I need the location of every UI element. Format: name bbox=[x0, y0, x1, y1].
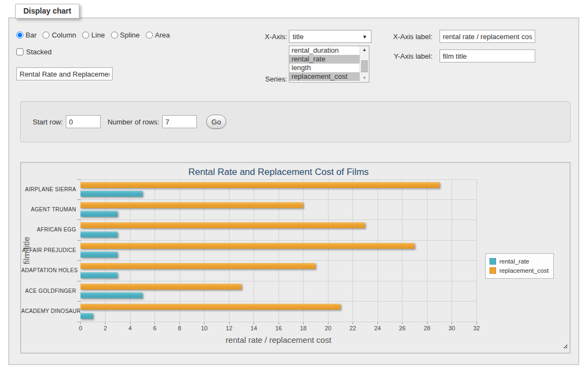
x-axis-tick bbox=[402, 322, 403, 324]
listbox-scrollbar[interactable]: ▲ ▼ bbox=[360, 46, 369, 82]
x-tick-label: 30 bbox=[444, 325, 460, 331]
resize-handle-icon[interactable] bbox=[562, 343, 567, 348]
chart-type-option-area[interactable]: Area bbox=[146, 31, 170, 39]
num-rows-label: Number of rows: bbox=[108, 118, 159, 126]
series-option-length[interactable]: length bbox=[289, 64, 360, 72]
x-tick-label: 16 bbox=[270, 325, 287, 331]
chart-type-radio-group: BarColumnLineSplineArea bbox=[16, 30, 170, 40]
scrollbar-thumb[interactable] bbox=[361, 60, 368, 72]
x-axis-select-label: X-Axis: bbox=[247, 33, 287, 41]
bar-rental_rate[interactable] bbox=[81, 292, 143, 298]
go-button[interactable]: Go bbox=[206, 115, 226, 129]
bar-replacement_cost[interactable] bbox=[81, 243, 414, 249]
plot-area bbox=[81, 179, 476, 322]
x-tick-label: 6 bbox=[147, 325, 163, 331]
legend-swatch-icon bbox=[490, 258, 496, 265]
radio-label: Area bbox=[155, 31, 170, 39]
series-select-label: Series: bbox=[247, 75, 287, 83]
chart-type-option-bar[interactable]: Bar bbox=[16, 31, 36, 39]
radio-area[interactable] bbox=[146, 32, 153, 39]
x-axis-tick bbox=[377, 322, 378, 324]
legend-item-replacement_cost[interactable]: replacement_cost bbox=[490, 266, 549, 275]
x-tick-label: 10 bbox=[196, 325, 213, 331]
bar-replacement_cost[interactable] bbox=[81, 222, 365, 228]
gridline-horizontal bbox=[81, 301, 476, 302]
legend-swatch-icon bbox=[490, 267, 496, 274]
radio-line[interactable] bbox=[82, 32, 89, 39]
y-axis-tick bbox=[77, 301, 81, 302]
x-axis-tick bbox=[204, 322, 205, 324]
x-tick-label: 0 bbox=[72, 325, 89, 331]
series-option-rental_rate[interactable]: rental_rate bbox=[289, 55, 360, 64]
bar-replacement_cost[interactable] bbox=[81, 263, 315, 269]
x-tick-label: 14 bbox=[246, 325, 262, 331]
series-option-replacement_cost[interactable]: replacement_cost bbox=[289, 72, 360, 81]
gridline-horizontal bbox=[81, 260, 476, 261]
bar-rental_rate[interactable] bbox=[81, 231, 117, 237]
radio-column[interactable] bbox=[42, 32, 49, 39]
category-label: AIRPLANE SIERRA bbox=[21, 186, 76, 192]
x-axis-tick bbox=[352, 322, 353, 324]
stacked-checkbox-row[interactable]: Stacked bbox=[16, 47, 52, 56]
gridline-horizontal bbox=[81, 199, 476, 200]
radio-label: Column bbox=[52, 31, 76, 39]
radio-spline[interactable] bbox=[111, 32, 118, 39]
y-axis-tick bbox=[77, 179, 81, 180]
bar-replacement_cost[interactable] bbox=[81, 182, 440, 188]
gridline-vertical bbox=[105, 179, 106, 322]
scroll-down-icon[interactable]: ▼ bbox=[360, 74, 369, 82]
x-axis-tick bbox=[476, 322, 477, 324]
x-axis-tick bbox=[253, 322, 254, 324]
gridline-vertical bbox=[278, 179, 279, 322]
category-label: AGENT TRUMAN bbox=[21, 206, 76, 212]
chart-title: Rental Rate and Replacement Cost of Film… bbox=[81, 167, 476, 178]
stacked-label: Stacked bbox=[26, 48, 52, 56]
panel-title: Display chart bbox=[15, 4, 79, 18]
x-tick-label: 28 bbox=[419, 325, 435, 331]
radio-label: Spline bbox=[120, 31, 140, 39]
stacked-checkbox[interactable] bbox=[16, 48, 23, 55]
num-rows-input[interactable] bbox=[162, 115, 197, 128]
chart-type-option-spline[interactable]: Spline bbox=[111, 31, 140, 39]
legend-item-rental_rate[interactable]: rental_rate bbox=[490, 256, 549, 266]
chart-type-option-line[interactable]: Line bbox=[82, 31, 105, 39]
gridline-vertical bbox=[229, 179, 230, 322]
gridline-horizontal bbox=[81, 220, 476, 220]
y-axis-tick bbox=[77, 322, 81, 322]
x-tick-label: 20 bbox=[320, 325, 336, 331]
x-axis-tick bbox=[229, 322, 230, 324]
gridline-vertical bbox=[154, 179, 155, 322]
series-listbox[interactable]: rental_durationrental_ratelengthreplacem… bbox=[289, 46, 369, 83]
bar-replacement_cost[interactable] bbox=[81, 284, 242, 290]
gridline-vertical bbox=[476, 179, 477, 322]
x-axis-select[interactable]: title ▼ bbox=[289, 30, 372, 43]
bar-rental_rate[interactable] bbox=[81, 272, 117, 278]
scroll-up-icon[interactable]: ▲ bbox=[360, 46, 369, 54]
radio-bar[interactable] bbox=[16, 32, 23, 39]
chart-type-option-column[interactable]: Column bbox=[42, 31, 76, 39]
x-axis-tick bbox=[328, 322, 329, 324]
start-row-label: Start row: bbox=[33, 118, 63, 126]
x-tick-label: 24 bbox=[369, 325, 386, 331]
bar-rental_rate[interactable] bbox=[81, 191, 143, 197]
bar-rental_rate[interactable] bbox=[81, 252, 117, 258]
bar-replacement_cost[interactable] bbox=[81, 304, 341, 310]
x-tick-label: 26 bbox=[394, 325, 411, 331]
x-axis-tick bbox=[130, 322, 131, 324]
bar-rental_rate[interactable] bbox=[81, 211, 117, 217]
gridline-vertical bbox=[402, 179, 403, 322]
bar-rental_rate[interactable] bbox=[81, 313, 93, 319]
gridline-vertical bbox=[204, 179, 205, 322]
y-axis-title-input[interactable] bbox=[440, 49, 535, 62]
x-axis-tick bbox=[81, 322, 81, 324]
x-tick-label: 22 bbox=[345, 325, 361, 331]
radio-label: Bar bbox=[26, 31, 36, 39]
chart-title-input[interactable] bbox=[16, 67, 113, 80]
gridline-vertical bbox=[328, 179, 329, 322]
series-option-rental_duration[interactable]: rental_duration bbox=[289, 46, 360, 55]
category-label: AFRICAN EGG bbox=[21, 227, 76, 233]
x-axis-tick bbox=[105, 322, 106, 324]
bar-replacement_cost[interactable] bbox=[81, 202, 303, 208]
start-row-input[interactable] bbox=[66, 115, 101, 128]
x-axis-title-input[interactable] bbox=[440, 30, 535, 43]
